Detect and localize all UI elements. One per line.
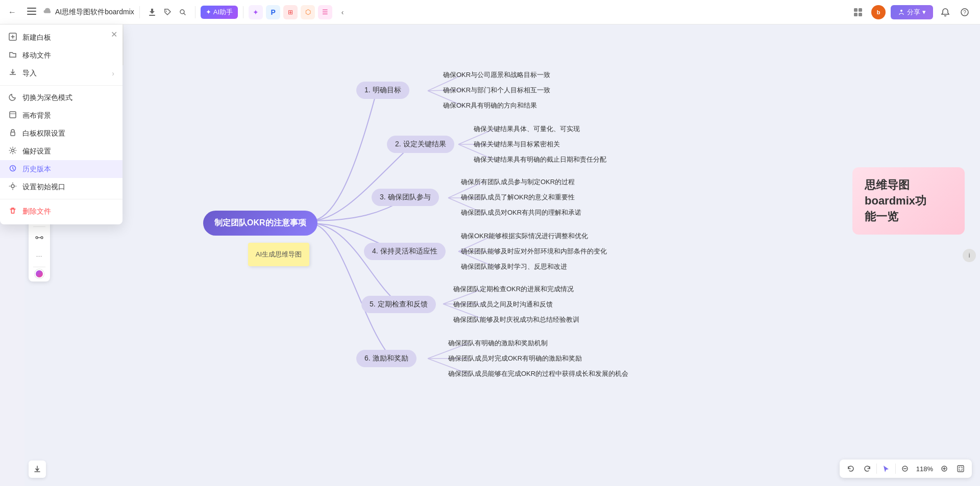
download-button[interactable] (145, 5, 159, 19)
separator-1 (139, 6, 140, 18)
fit-screen-button[interactable] (953, 462, 968, 476)
share-button[interactable]: 分享 ▾ (891, 5, 933, 19)
permissions-icon (8, 129, 17, 138)
menu-icon (27, 8, 36, 17)
menu-item-canvas-bg[interactable]: 画布背景 (0, 107, 122, 124)
separator-b (0, 199, 122, 199)
topbar-right: b 分享 ▾ ? (850, 4, 976, 20)
leaf-3-2: 确保团队成员了解OKR的意义和重要性 (461, 193, 575, 202)
menu-item-history[interactable]: 历史版本 (0, 160, 122, 178)
leaf-3-1: 确保所有团队成员参与制定OKR的过程 (461, 177, 575, 187)
menu-close-button[interactable]: ✕ (111, 30, 117, 39)
svg-point-23 (41, 237, 43, 239)
branch-node-3: 3. 确保团队参与 (372, 189, 439, 206)
import-icon (8, 68, 17, 78)
plugin-btn-4[interactable]: ⬡ (301, 5, 315, 19)
zoom-level[interactable]: 118% (914, 465, 935, 473)
svg-rect-2 (27, 14, 36, 15)
menu-item-move-file[interactable]: 移动文件 (0, 46, 122, 64)
svg-rect-26 (958, 466, 964, 472)
svg-text:?: ? (963, 10, 966, 15)
board-button[interactable] (850, 4, 866, 20)
menu-item-initial-view[interactable]: 设置初始视口 (0, 178, 122, 196)
svg-rect-6 (854, 8, 857, 12)
branch-node-5: 5. 定期检查和反馈 (361, 296, 436, 313)
branch-node-1: 1. 明确目标 (356, 82, 409, 99)
new-board-icon (8, 33, 17, 42)
menu-item-import[interactable]: 导入 › (0, 64, 122, 82)
info-button[interactable]: i (963, 249, 976, 262)
svg-rect-7 (859, 8, 862, 12)
separator-2 (195, 6, 195, 18)
leaf-6-3: 确保团队成员能够在完成OKR的过程中获得成长和发展的机会 (448, 369, 628, 378)
bottom-toolbar: 118% (840, 459, 972, 478)
canvas-bottom-left (29, 461, 46, 478)
color-picker[interactable] (35, 269, 44, 278)
svg-point-16 (12, 149, 14, 152)
leaf-1-1: 确保OKR与公司愿景和战略目标一致 (443, 70, 550, 80)
collapse-button[interactable]: ‹ (335, 5, 350, 19)
svg-rect-1 (27, 11, 36, 12)
ai-icon: ✦ (206, 8, 211, 16)
zoom-in-button[interactable] (937, 462, 951, 476)
menu-button[interactable] (23, 4, 40, 20)
search-button[interactable] (176, 5, 190, 19)
menu-item-permissions[interactable]: 白板权限设置 (0, 124, 122, 142)
leaf-3-3: 确保团队成员对OKR有共同的理解和承诺 (461, 208, 581, 217)
ai-assistant-button[interactable]: ✦ AI助手 (201, 6, 238, 19)
undo-button[interactable] (844, 462, 858, 476)
export-button[interactable] (29, 461, 46, 478)
leaf-5-1: 确保团队定期检查OKR的进展和完成情况 (453, 285, 574, 294)
topbar: ← AI思维导图软件boardmix ✦ AI助手 (0, 0, 980, 24)
leaf-1-2: 确保OKR与部门和个人目标相互一致 (443, 86, 550, 95)
plugin-btn-5[interactable]: ☰ (318, 5, 332, 19)
svg-rect-8 (854, 13, 857, 16)
avatar-button[interactable]: b (871, 5, 886, 19)
bt-sep-2 (895, 464, 896, 474)
bt-sep-1 (876, 464, 877, 474)
cursor-mode-button[interactable] (879, 462, 893, 476)
central-node: 制定团队OKR的注意事项 (203, 211, 317, 236)
svg-rect-0 (27, 8, 36, 9)
tool-connector[interactable] (31, 229, 48, 246)
back-button[interactable]: ← (4, 4, 20, 20)
separator-a (0, 85, 122, 86)
menu-item-preferences[interactable]: 偏好设置 (0, 142, 122, 160)
history-icon (8, 164, 17, 174)
leaf-4-1: 确保OKR能够根据实际情况进行调整和优化 (461, 232, 588, 241)
menu-item-delete[interactable]: 删除文件 (0, 202, 122, 220)
plugin-btn-2[interactable]: P (266, 5, 280, 19)
branch-node-2: 2. 设定关键结果 (387, 136, 454, 153)
tool-more[interactable]: ··· (31, 247, 48, 265)
toolbar-icons (145, 5, 190, 19)
leaf-2-2: 确保关键结果与目标紧密相关 (474, 140, 560, 149)
initial-view-icon (8, 182, 17, 192)
svg-rect-3 (149, 15, 155, 16)
feature-card-title: 思维导图 boardmix功 能一览 (865, 177, 952, 224)
leaf-5-2: 确保团队成员之间及时沟通和反馈 (453, 300, 553, 309)
dropdown-menu: ✕ 新建白板 移动文件 导入 › 切换为深色模式 画布背景 (0, 24, 122, 224)
notification-button[interactable] (938, 5, 952, 19)
svg-rect-15 (11, 132, 15, 136)
svg-rect-14 (10, 112, 16, 118)
zoom-out-button[interactable] (898, 462, 912, 476)
move-file-icon (8, 50, 17, 60)
import-arrow-icon: › (112, 69, 114, 78)
redo-button[interactable] (860, 462, 874, 476)
help-button[interactable]: ? (958, 5, 972, 19)
tag-button[interactable] (160, 5, 175, 19)
delete-icon (8, 207, 17, 216)
plugin-btn-3[interactable]: ⊞ (283, 5, 298, 19)
plugin-btn-1[interactable]: ✦ (249, 5, 263, 19)
svg-point-18 (11, 185, 14, 188)
topbar-left: ← AI思维导图软件boardmix ✦ AI助手 (4, 4, 848, 20)
menu-item-dark-mode[interactable]: 切换为深色模式 (0, 89, 122, 107)
menu-item-new-board[interactable]: 新建白板 (0, 29, 122, 46)
leaf-4-2: 确保团队能够及时应对外部环境和内部条件的变化 (461, 247, 607, 256)
svg-point-4 (166, 11, 167, 12)
canvas-bg-icon (8, 111, 17, 120)
canvas-area: 制定团队OKR的注意事项 AI生成思维导图 1. 明确目标 确保OKR与公司愿景… (24, 24, 980, 486)
leaf-6-1: 确保团队有明确的激励和奖励机制 (448, 339, 548, 348)
leaf-2-3: 确保关键结果具有明确的截止日期和责任分配 (474, 155, 606, 164)
file-title: AI思维导图软件boardmix (55, 8, 134, 17)
